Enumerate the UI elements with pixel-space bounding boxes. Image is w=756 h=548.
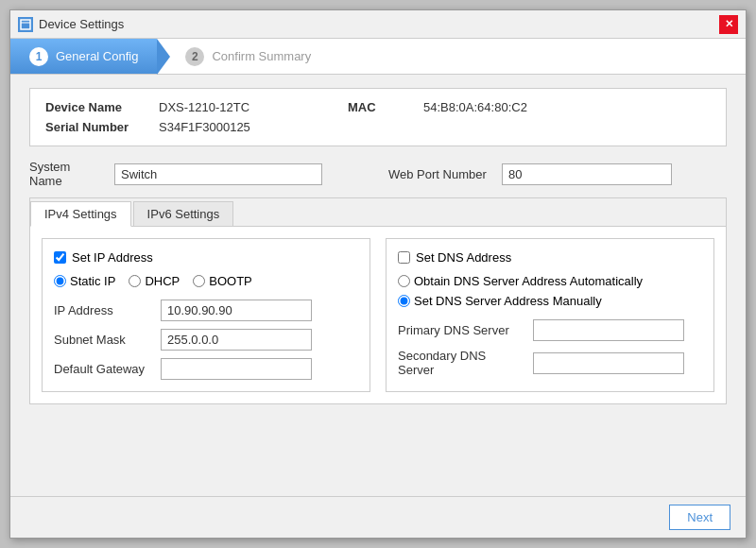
next-button[interactable]: Next <box>669 505 730 530</box>
static-ip-label[interactable]: Static IP <box>70 274 115 288</box>
system-name-input[interactable] <box>114 163 322 185</box>
dns-manual-label[interactable]: Set DNS Server Address Manually <box>414 294 602 308</box>
step1[interactable]: 1 General Config <box>10 39 157 74</box>
ip-address-row: IP Address <box>54 300 358 321</box>
static-ip-option[interactable]: Static IP <box>54 274 115 288</box>
web-port-label: Web Port Number <box>388 167 492 181</box>
right-panel: Set DNS Address Obtain DNS Server Addres… <box>386 238 714 392</box>
primary-dns-input[interactable] <box>533 319 684 341</box>
primary-dns-row: Primary DNS Server <box>398 319 702 341</box>
dns-auto-option[interactable]: Obtain DNS Server Address Automatically <box>398 274 702 288</box>
set-ip-label[interactable]: Set IP Address <box>72 250 153 265</box>
system-name-row: System Name Web Port Number <box>29 160 727 188</box>
subnet-mask-row: Subnet Mask <box>54 329 358 351</box>
ip-address-label: IP Address <box>54 303 153 317</box>
default-gateway-input[interactable] <box>161 358 312 380</box>
system-name-label: System Name <box>29 160 105 188</box>
title-bar-left: Device Settings <box>18 17 124 32</box>
default-gateway-label: Default Gateway <box>54 362 153 376</box>
subnet-mask-input[interactable] <box>161 329 312 351</box>
main-window: Device Settings ✕ 1 General Config 2 Con… <box>9 9 747 539</box>
dns-fields: Primary DNS Server Secondary DNS Server <box>398 319 702 377</box>
step1-number: 1 <box>29 47 48 66</box>
ip-address-input[interactable] <box>161 300 312 321</box>
mac-label: MAC <box>348 100 423 114</box>
ip-mode-group: Static IP DHCP BOOTP <box>54 274 358 288</box>
secondary-dns-row: Secondary DNS Server <box>398 349 702 377</box>
ip-fields: IP Address Subnet Mask Default Gateway <box>54 300 358 380</box>
wizard-steps: 1 General Config 2 Confirm Summary <box>10 39 746 75</box>
device-name-value: DXS-1210-12TC <box>159 100 348 114</box>
step2[interactable]: 2 Confirm Summary <box>157 39 330 74</box>
step2-label: Confirm Summary <box>212 49 311 63</box>
secondary-dns-input[interactable] <box>533 352 684 374</box>
web-port-input[interactable] <box>502 163 672 185</box>
dns-mode-group: Obtain DNS Server Address Automatically … <box>398 274 702 308</box>
serial-label: Serial Number <box>45 120 159 134</box>
device-name-label: Device Name <box>45 100 159 114</box>
primary-dns-label: Primary DNS Server <box>398 323 525 337</box>
set-ip-row: Set IP Address <box>54 250 358 265</box>
dhcp-label[interactable]: DHCP <box>145 274 180 288</box>
tab-ipv6[interactable]: IPv6 Settings <box>133 201 234 226</box>
bootp-option[interactable]: BOOTP <box>193 274 252 288</box>
set-ip-checkbox[interactable] <box>54 251 66 264</box>
set-dns-checkbox[interactable] <box>398 251 410 264</box>
subnet-mask-label: Subnet Mask <box>54 333 153 347</box>
settings-icon <box>18 17 33 32</box>
left-panel: Set IP Address Static IP DHCP <box>42 238 370 392</box>
title-bar: Device Settings ✕ <box>10 10 746 39</box>
dns-manual-option[interactable]: Set DNS Server Address Manually <box>398 294 702 308</box>
dns-auto-label[interactable]: Obtain DNS Server Address Automatically <box>414 274 643 288</box>
step1-label: General Config <box>56 49 138 63</box>
close-button[interactable]: ✕ <box>719 15 738 34</box>
set-dns-label[interactable]: Set DNS Address <box>416 250 511 265</box>
serial-value: S34F1F3000125 <box>159 120 348 134</box>
step2-number: 2 <box>185 47 204 66</box>
content-area: Device Name DXS-1210-12TC MAC 54:B8:0A:6… <box>10 75 746 496</box>
secondary-dns-label: Secondary DNS Server <box>398 349 525 377</box>
window-title: Device Settings <box>39 17 124 31</box>
device-info-grid: Device Name DXS-1210-12TC MAC 54:B8:0A:6… <box>45 100 711 134</box>
set-dns-row: Set DNS Address <box>398 250 702 265</box>
svg-rect-0 <box>21 20 30 29</box>
dhcp-option[interactable]: DHCP <box>129 274 180 288</box>
mac-value: 54:B8:0A:64:80:C2 <box>423 100 612 114</box>
device-info-section: Device Name DXS-1210-12TC MAC 54:B8:0A:6… <box>29 88 727 146</box>
bootp-label[interactable]: BOOTP <box>209 274 252 288</box>
tabs-container: IPv4 Settings IPv6 Settings Set IP Addre… <box>29 197 727 404</box>
default-gateway-row: Default Gateway <box>54 358 358 380</box>
tab-ipv4[interactable]: IPv4 Settings <box>30 201 131 227</box>
footer: Next <box>10 496 746 538</box>
tab-bar: IPv4 Settings IPv6 Settings <box>30 198 726 227</box>
tab-content-ipv4: Set IP Address Static IP DHCP <box>30 227 726 403</box>
